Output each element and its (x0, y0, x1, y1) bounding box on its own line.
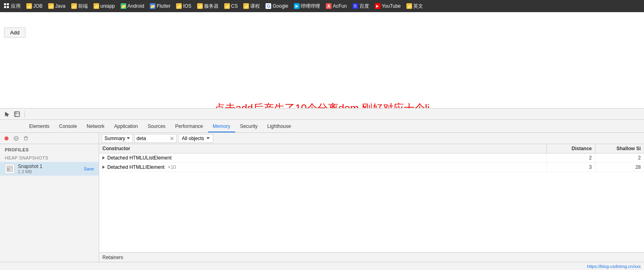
bookmark-baidu-label: 百度 (359, 3, 369, 10)
tab-network[interactable]: Network (82, 121, 109, 132)
count-badge: ×10 (168, 164, 176, 170)
tab-memory[interactable]: Memory (208, 121, 235, 132)
svg-rect-3 (7, 6, 9, 8)
tab-application[interactable]: Application (109, 121, 143, 132)
table-header: Constructor Distance Shallow Si (99, 144, 644, 153)
tab-elements[interactable]: Elements (24, 121, 54, 132)
baidu-icon: 百 (353, 3, 358, 9)
bookmark-apps[interactable]: 应用 (2, 2, 23, 11)
bookmark-bilibili[interactable]: ▶ 哔哩哔哩 (291, 2, 323, 11)
bookmark-java-label: Java (55, 3, 65, 9)
bookmark-server[interactable]: 📁 服务器 (195, 2, 221, 11)
svg-rect-16 (7, 170, 9, 170)
bookmarks-bar: 应用 📁 JOB 📁 Java 📁 前端 📁 uniapp 📁 Android … (0, 0, 644, 12)
bookmark-google-label: Google (272, 3, 288, 9)
bookmark-frontend-label: 前端 (78, 3, 88, 10)
record-button[interactable] (2, 134, 11, 142)
header-shallow: Shallow Si (595, 144, 644, 153)
snapshot-size: 1.3 MB (18, 169, 81, 174)
constructor-name-0: Detached HTMLUListElement (107, 155, 172, 161)
objects-select[interactable]: All objects (178, 134, 213, 143)
clear-button[interactable] (22, 134, 30, 142)
tab-sources[interactable]: Sources (143, 121, 170, 132)
cursor-tool-button[interactable] (3, 110, 11, 118)
tab-lighthouse[interactable]: Lighthouse (262, 121, 296, 132)
bookmark-youtube[interactable]: ▶ YouTube (372, 2, 403, 10)
bookmark-cs[interactable]: 📁 CS (222, 2, 240, 10)
folder-icon: 📁 (48, 3, 54, 9)
bookmark-uniapp-label: uniapp (100, 3, 115, 9)
svg-rect-15 (7, 169, 10, 170)
snapshot-thumbnail (5, 164, 15, 174)
bookmark-android[interactable]: 📁 Android (118, 2, 147, 10)
devtools-body: Profiles HEAP SNAPSHOTS Snapshot 1 (0, 133, 644, 262)
bookmark-server-label: 服务器 (204, 3, 219, 10)
bookmark-cs-label: CS (231, 3, 238, 9)
filter-input-wrap: ✕ (134, 134, 176, 143)
heap-table: Constructor Distance Shallow Si Detached… (99, 144, 644, 252)
cell-shallow-0: 2 (595, 153, 644, 162)
bookmark-ios[interactable]: 📁 IOS (174, 2, 194, 10)
cell-distance-1: 3 (547, 163, 595, 172)
svg-rect-1 (7, 3, 9, 5)
expand-icon (102, 166, 105, 169)
profiles-label: Profiles (0, 144, 99, 154)
devtools-main-panel: Summary ✕ All objects (99, 133, 644, 262)
bookmark-job-label: JOB (33, 3, 43, 9)
tab-console[interactable]: Console (54, 121, 82, 132)
svg-rect-0 (4, 3, 6, 5)
bookmark-flutter-label: Flutter (157, 3, 170, 9)
stop-button[interactable] (12, 134, 20, 142)
bookmark-acfun[interactable]: A AcFun (323, 2, 349, 10)
cell-constructor-0: Detached HTMLUListElement (99, 153, 547, 162)
bookmark-bilibili-label: 哔哩哔哩 (301, 3, 320, 10)
table-row[interactable]: Detached HTMLLIElement ×10 3 28 (99, 163, 644, 172)
bookmark-english[interactable]: 📁 英文 (404, 2, 425, 11)
bookmark-apps-label: 应用 (11, 3, 21, 10)
status-bar: https://blog-csdnimg.cn/xxx (0, 262, 644, 270)
folder-icon: 📁 (150, 3, 155, 9)
table-row[interactable]: Detached HTMLUListElement 2 2 (99, 153, 644, 163)
snapshot-name: Snapshot 1 (18, 164, 81, 169)
snapshot-item[interactable]: Snapshot 1 1.3 MB Save (0, 162, 99, 176)
svg-point-7 (4, 136, 9, 140)
snapshot-info: Snapshot 1 1.3 MB (18, 164, 81, 174)
filter-clear-button[interactable]: ✕ (170, 136, 174, 141)
tab-security[interactable]: Security (235, 121, 262, 132)
folder-icon: 📁 (197, 3, 203, 9)
bookmark-google[interactable]: G Google (263, 2, 291, 10)
google-icon: G (266, 3, 271, 9)
filter-input[interactable] (136, 136, 169, 141)
save-link[interactable]: Save (84, 166, 94, 171)
status-url: https://blog-csdnimg.cn/xxx (587, 264, 641, 269)
apps-icon (4, 3, 10, 9)
main-content-area: 点击add后产生了10个分离dom 刚好对应十个li (0, 12, 644, 123)
folder-icon: 📁 (406, 3, 412, 9)
inspect-tool-button[interactable] (13, 110, 21, 118)
bookmark-baidu[interactable]: 百 百度 (350, 2, 372, 11)
summary-label: Summary (104, 136, 125, 141)
constructor-name-1: Detached HTMLLIElement (107, 164, 164, 170)
add-button[interactable]: Add (4, 28, 26, 38)
bookmark-flutter[interactable]: 📁 Flutter (147, 2, 173, 10)
bookmark-uniapp[interactable]: 📁 uniapp (91, 2, 117, 10)
youtube-icon: ▶ (375, 3, 380, 9)
folder-icon: 📁 (176, 3, 182, 9)
bookmark-frontend[interactable]: 📁 前端 (69, 2, 90, 11)
bookmark-english-label: 英文 (413, 3, 423, 10)
folder-icon: 📁 (26, 3, 32, 9)
bookmark-course[interactable]: 📁 课程 (241, 2, 262, 11)
heap-snapshots-label: HEAP SNAPSHOTS (0, 154, 99, 162)
summary-dropdown-icon (127, 137, 130, 139)
devtools-toolbar (0, 108, 644, 120)
retainers-bar: Retainers (99, 252, 644, 262)
svg-rect-4 (15, 112, 19, 117)
summary-select[interactable]: Summary (102, 134, 133, 143)
bookmark-job[interactable]: 📁 JOB (24, 2, 45, 10)
bookmark-java[interactable]: 📁 Java (46, 2, 68, 10)
svg-rect-2 (4, 6, 6, 8)
header-constructor: Constructor (99, 144, 547, 153)
devtools-sidebar: Profiles HEAP SNAPSHOTS Snapshot 1 (0, 133, 99, 262)
folder-icon: 📁 (121, 3, 126, 9)
tab-performance[interactable]: Performance (170, 121, 208, 132)
